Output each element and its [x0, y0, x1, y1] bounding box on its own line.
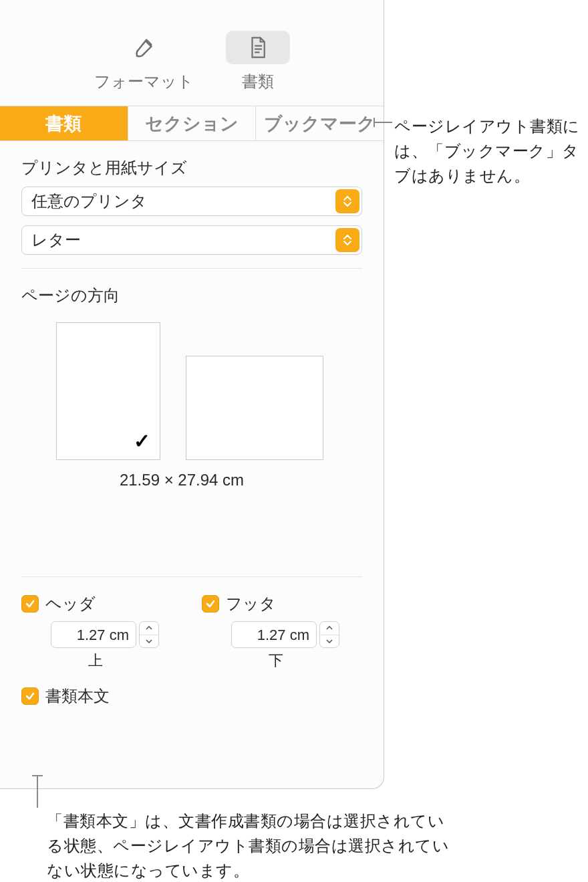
- document-label: 書類: [242, 71, 274, 92]
- printer-section-title: プリンタと用紙サイズ: [21, 157, 362, 179]
- footer-stepper[interactable]: [319, 621, 339, 648]
- callout-leader: [375, 122, 392, 123]
- body-callout: 「書類本文」は、文書作成書類の場合は選択されている状態、ページレイアウト書類の場…: [47, 808, 461, 882]
- paintbrush-icon: [132, 36, 155, 59]
- format-button[interactable]: フォーマット: [86, 27, 202, 96]
- footer-label: フッタ: [226, 593, 276, 615]
- toolbar: フォーマット 書類: [0, 0, 384, 106]
- header-label: ヘッダ: [45, 593, 96, 615]
- divider: [21, 576, 362, 577]
- paper-value: レター: [31, 229, 81, 251]
- paper-size-popup[interactable]: レター: [21, 225, 362, 255]
- document-body-checkbox[interactable]: [21, 687, 39, 705]
- tab-document[interactable]: 書類: [0, 106, 128, 140]
- header-footer-row: ヘッダ 1.27 cm 上 フッタ: [21, 593, 362, 671]
- chevron-up-icon: [320, 622, 339, 635]
- header-stepper[interactable]: [139, 621, 159, 648]
- footer-checkbox[interactable]: [202, 595, 219, 613]
- orientation-row: ✓: [56, 322, 362, 460]
- tab-bookmark[interactable]: ブックマーク: [256, 106, 384, 140]
- orientation-title: ページの方向: [21, 285, 362, 306]
- header-margin-input[interactable]: 1.27 cm: [51, 621, 136, 648]
- bottom-label: 下: [269, 651, 362, 671]
- popup-arrows-icon: [335, 189, 359, 213]
- format-label: フォーマット: [94, 71, 194, 92]
- callout-leader: [37, 776, 38, 808]
- chevron-down-icon: [140, 635, 158, 648]
- bookmark-callout: ページレイアウト書類には、「ブックマーク」タブはありません。: [394, 114, 581, 189]
- top-label: 上: [88, 651, 182, 671]
- inspector-panel: フォーマット 書類 書類 セクション ブックマーク プリンタと用紙サイズ 任意の…: [0, 0, 384, 789]
- footer-margin-input[interactable]: 1.27 cm: [231, 621, 317, 648]
- checkmark-icon: ✓: [134, 429, 150, 453]
- tab-section[interactable]: セクション: [128, 106, 257, 140]
- printer-popup[interactable]: 任意のプリンタ: [21, 187, 362, 216]
- printer-value: 任意のプリンタ: [31, 191, 147, 212]
- orientation-portrait[interactable]: ✓: [56, 322, 160, 460]
- chevron-up-icon: [140, 622, 158, 635]
- document-icon: [248, 36, 268, 59]
- page-dimensions: 21.59 × 27.94 cm: [1, 471, 362, 489]
- tab-bar: 書類 セクション ブックマーク: [0, 106, 384, 141]
- document-button[interactable]: 書類: [218, 27, 298, 96]
- popup-arrows-icon: [335, 228, 359, 252]
- document-body-label: 書類本文: [45, 685, 110, 707]
- header-checkbox[interactable]: [21, 595, 39, 613]
- divider: [21, 268, 362, 269]
- chevron-down-icon: [320, 635, 339, 648]
- orientation-landscape[interactable]: [186, 356, 323, 460]
